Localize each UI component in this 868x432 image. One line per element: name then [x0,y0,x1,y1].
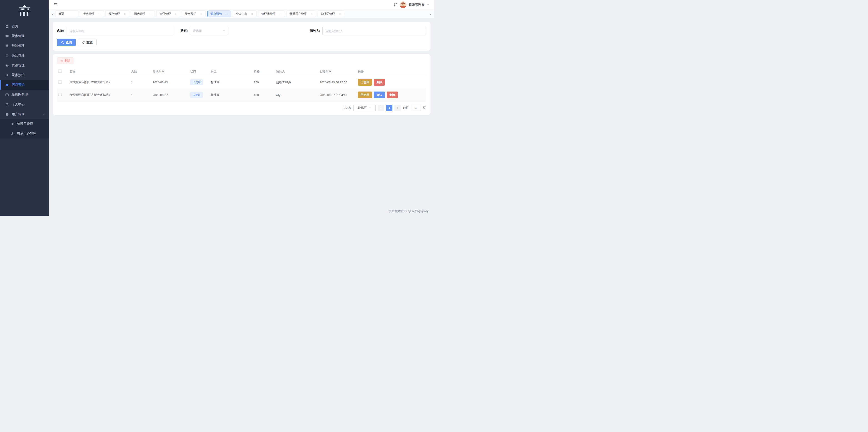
tabs-scroll-right-icon[interactable]: › [428,12,433,16]
row-action-warning-button[interactable]: 已使用 [358,92,372,98]
goto-page-input[interactable] [411,105,421,111]
close-icon[interactable] [339,13,341,15]
person-icon [10,132,14,136]
status-filter-label: 状态: [181,29,188,33]
bulk-delete-button[interactable]: 删除 [57,58,73,64]
tab-home[interactable]: 首页 [55,10,79,17]
footer-credit: 掘金技术社区 @ 全栈小宇wly [389,209,429,213]
status-filter-field: 状态: 请选择 [181,27,228,35]
row-checkbox[interactable] [58,93,62,96]
tab-scenic[interactable]: 景点管理 [80,10,104,17]
sidebar: 首页景点管理线路管理酒店管理资讯管理景点预约酒店预约轮播图管理个人中心用户管理管… [0,0,49,216]
sidebar-item-label: 首页 [12,24,18,28]
filter-row: 名称: 状态: 请选择 预约人: [57,27,426,35]
reserver-filter-input[interactable] [322,27,426,35]
close-icon[interactable] [175,13,177,15]
chevron-down-icon [427,3,430,6]
tab-label: 普通用户管理 [290,12,307,16]
reserver-filter-label: 预约人: [310,29,320,33]
reset-button[interactable]: 重置 [78,39,97,46]
topbar-right: 超级管理员 [394,1,430,8]
table-header-row: 名称人数预约时间状态房型价格预约人创建时间操作 [57,67,426,76]
cell-room: 标准间 [209,76,252,89]
chevron-right-icon [396,106,399,109]
user-name[interactable]: 超级管理员 [408,3,425,7]
close-icon[interactable] [149,13,152,15]
main-column: 超级管理员 ‹ 首页景点管理线路管理酒店管理资讯管理景点预约酒店预约个人中心管理… [49,0,434,216]
cell-name: 金悦源酒店(丽江古城大水车店) [68,89,130,101]
sidebar-item-home[interactable]: 首页 [0,21,49,31]
lifebuoy-icon [5,44,9,48]
cell-reserver: 超级管理员 [275,76,318,89]
tabs-scroll-left-icon[interactable]: ‹ [50,12,55,16]
close-icon[interactable] [279,13,282,15]
status-badge: 未确认 [190,92,203,98]
reset-button-label: 重置 [87,40,93,44]
tab-banner[interactable]: 轮播图管理 [318,10,344,17]
tab-normal-users[interactable]: 普通用户管理 [286,10,316,17]
sidebar-item-label: 酒店预约 [12,83,25,87]
tab-hotel-booking[interactable]: 酒店预约 [207,10,231,17]
search-button[interactable]: 查询 [57,39,76,46]
select-all-checkbox[interactable] [58,69,62,73]
ticket-icon [5,34,9,38]
prev-page-button[interactable] [378,105,384,111]
sidebar-item-label: 个人中心 [12,102,25,106]
column-header: 房型 [209,67,252,76]
sidebar-item-scenic[interactable]: 景点管理 [0,31,49,41]
tab-scenic-booking[interactable]: 景点预约 [182,10,206,17]
next-page-button[interactable] [395,105,401,111]
sidebar-item-hotel[interactable]: 酒店管理 [0,51,49,60]
sidebar-item-users[interactable]: 用户管理 [0,109,49,119]
row-checkbox[interactable] [58,80,62,84]
sidebar-item-scenic-booking[interactable]: 景点预约 [0,70,49,80]
status-filter-select[interactable]: 请选择 [190,27,228,35]
cell-count: 1 [130,89,151,101]
close-icon[interactable] [225,13,228,15]
close-icon[interactable] [251,13,253,15]
sidebar-item-hotel-booking[interactable]: 酒店预约 [0,80,49,90]
home-icon [5,83,9,87]
cell-date: 2024-06-13 [151,76,189,89]
send-icon [5,73,9,77]
row-action-danger-button[interactable]: 删除 [374,79,385,86]
monitor-icon [5,112,9,116]
sidebar-item-admin-users[interactable]: 管理员管理 [0,119,49,129]
close-icon[interactable] [310,13,313,15]
row-action-danger-button[interactable]: 删除 [387,92,398,98]
sidebar-item-label: 用户管理 [12,112,25,116]
select-all-cell [57,67,68,76]
sidebar-item-route[interactable]: 线路管理 [0,41,49,51]
row-action-primary-button[interactable]: 确认 [374,92,385,98]
name-filter-input[interactable] [67,27,174,35]
close-icon[interactable] [200,13,203,15]
sidebar-item-normal-users[interactable]: 普通用户管理 [0,129,49,138]
avatar[interactable] [400,1,406,8]
sidebar-item-label: 管理员管理 [17,122,33,126]
shop-icon [5,54,9,58]
sidebar-item-banner[interactable]: 轮播图管理 [0,90,49,99]
fullscreen-icon[interactable] [394,3,398,7]
page-number-button[interactable]: 1 [386,105,393,111]
page-size-select[interactable]: 10条/页 [353,105,376,111]
main-content: 名称: 状态: 请选择 预约人: [49,18,434,216]
row-action-warning-button[interactable]: 已使用 [358,79,372,86]
tabbar: ‹ 首页景点管理线路管理酒店管理资讯管理景点预约酒店预约个人中心管理员管理普通用… [49,9,434,18]
grid-icon [5,24,9,28]
sidebar-item-label: 轮播图管理 [12,93,28,97]
sidebar-item-profile[interactable]: 个人中心 [0,99,49,109]
tab-profile[interactable]: 个人中心 [233,10,256,17]
tab-hotel[interactable]: 酒店管理 [131,10,155,17]
close-icon[interactable] [98,13,101,15]
close-icon[interactable] [124,13,126,15]
sidebar-item-label: 景点预约 [12,73,25,77]
tab-news[interactable]: 资讯管理 [156,10,180,17]
tab-route[interactable]: 线路管理 [105,10,129,17]
menu-fold-icon[interactable] [53,3,58,7]
sidebar-item-news[interactable]: 资讯管理 [0,60,49,70]
tab-admin-users[interactable]: 管理员管理 [258,10,285,17]
name-filter-label: 名称: [57,29,64,33]
pagination: 共 2 条 10条/页 1 前往 页 [57,105,426,111]
sidebar-item-label: 普通用户管理 [17,132,36,136]
tab-label: 个人中心 [236,12,247,16]
